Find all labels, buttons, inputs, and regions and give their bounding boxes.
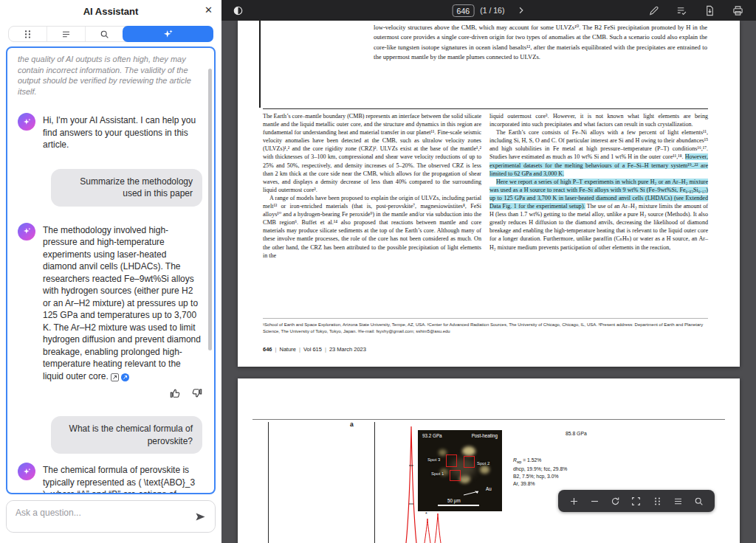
column-left: The Earth’s core–mantle boundary (CMB) r… xyxy=(263,112,481,260)
paragraph: The Earth’s core consists of Fe–Ni alloy… xyxy=(489,128,708,178)
page-number-input[interactable]: 646 xyxy=(453,4,475,17)
footer-page-number: 646 xyxy=(263,346,272,353)
footer-separator: | xyxy=(322,346,329,353)
sparkle-icon xyxy=(22,117,32,127)
post-heating-label: Post-heating xyxy=(472,433,498,438)
pdf-page-646: low-velocity structures above the CMB, w… xyxy=(238,21,740,367)
annotate-pen-icon[interactable] xyxy=(648,5,659,16)
plot-axis-line xyxy=(268,422,269,543)
sparkle-icon xyxy=(162,29,173,40)
ask-question-input[interactable] xyxy=(7,501,215,532)
notes-check-icon[interactable] xyxy=(676,5,687,16)
user-message-q1: Summarize the methodology used in this p… xyxy=(51,169,202,207)
scalebar-label: 50 μm xyxy=(447,498,461,503)
phase-fractions-line: dhcp, 19.9%; fcc, 29.8% xyxy=(513,466,567,473)
plot-axis-line xyxy=(374,422,375,543)
search-icon xyxy=(100,30,109,39)
footnote-rule xyxy=(263,318,708,319)
sample-micrograph: 93.2 GPa Post-heating Spot 3 Spot 2 Spot… xyxy=(418,430,502,511)
pages-container[interactable]: low-velocity structures above the CMB, w… xyxy=(221,21,756,543)
rwp-value: = 1.52% xyxy=(521,457,541,463)
footer-volume: Vol 615 xyxy=(303,346,322,353)
citation-source-icon[interactable] xyxy=(121,373,129,381)
ai-message-greeting: Hi, I'm your AI Assistant. I can help yo… xyxy=(18,113,202,151)
chat-panel[interactable]: the quality of AI outputs is often high,… xyxy=(6,46,216,494)
message-text: The chemical formula of perovskite is ty… xyxy=(43,463,202,494)
sparkle-icon xyxy=(22,467,32,477)
page-count-label: (1 / 16) xyxy=(480,6,504,15)
abstract-paragraph: low-velocity structures above the CMB, w… xyxy=(374,23,707,63)
zoom-out-icon[interactable] xyxy=(590,497,599,506)
spot3-box xyxy=(446,454,457,467)
send-icon[interactable] xyxy=(195,511,206,525)
phase-fractions-line: B2, 7.5%; hcp, 3.0% xyxy=(513,473,567,480)
toolbar-actions xyxy=(648,5,743,16)
message-body: The methodology involved high-pressure a… xyxy=(43,225,201,381)
au-label: Au xyxy=(486,486,492,491)
figure-top-rule xyxy=(252,419,725,420)
ai-assistant-panel: AI Assistant ✕ the quality of AI outputs… xyxy=(0,0,221,543)
download-document-icon[interactable] xyxy=(704,5,715,16)
print-icon[interactable] xyxy=(732,5,743,16)
sample-blob xyxy=(480,466,489,474)
section-rule xyxy=(263,108,708,109)
rietveld-results: Rwp = 1.52% dhcp, 19.9%; fcc, 29.8% B2, … xyxy=(513,457,567,488)
grid-icon xyxy=(23,30,32,39)
footer-separator: | xyxy=(272,346,280,353)
spot3-label: Spot 3 xyxy=(427,457,440,462)
tab-ai-assistant[interactable] xyxy=(123,26,213,42)
zoom-in-icon[interactable] xyxy=(569,497,579,506)
au-arrow xyxy=(462,489,483,497)
affiliations-footnote: ¹School of Earth and Space Exploration, … xyxy=(263,322,708,335)
tab-search[interactable] xyxy=(85,27,123,41)
spot1-box xyxy=(450,470,461,481)
thumbs-up-icon[interactable] xyxy=(170,388,180,398)
citation-link-icon[interactable] xyxy=(111,373,119,381)
footer-separator: | xyxy=(296,346,303,353)
paragraph: liquid outermost core³. However, it is n… xyxy=(489,112,708,128)
layout-rule-vertical xyxy=(259,21,261,108)
phase-fractions-line: Ar, 39.8% xyxy=(513,480,567,488)
paragraph: A range of models have been proposed to … xyxy=(263,194,481,260)
search-icon[interactable] xyxy=(694,497,704,506)
paragraph: The Earth’s core–mantle boundary (CMB) r… xyxy=(263,112,481,194)
tab-outline[interactable] xyxy=(47,27,85,41)
fit-screen-icon[interactable] xyxy=(631,497,641,506)
pressure-label: 93.2 GPa xyxy=(422,433,442,438)
feedback-row xyxy=(18,388,202,398)
sample-blob xyxy=(462,446,475,456)
ai-disclaimer: the quality of AI outputs is often high,… xyxy=(18,54,202,97)
ai-avatar xyxy=(18,463,35,480)
pressure-right-label: 85.8 GPa xyxy=(566,431,587,436)
page-footer: 646|Nature|Vol 615|23 March 2023 xyxy=(263,346,366,353)
ai-avatar xyxy=(18,223,35,241)
thumbs-down-icon[interactable] xyxy=(192,388,202,398)
tab-thumbnails[interactable] xyxy=(9,27,47,41)
next-page-icon[interactable] xyxy=(516,6,525,15)
paragraph: Here we report a series of high P–T expe… xyxy=(489,178,708,252)
ai-message-methodology: The methodology involved high-pressure a… xyxy=(18,223,202,383)
menu-icon[interactable] xyxy=(673,497,683,506)
ai-avatar xyxy=(18,113,35,131)
column-right: liquid outermost core³. However, it is n… xyxy=(489,112,708,260)
spot2-label: Spot 2 xyxy=(477,461,489,466)
user-message-q2: What is the chemical formula of perovski… xyxy=(51,416,202,454)
footer-date: 23 March 2023 xyxy=(329,346,366,353)
chat-scrollbar[interactable] xyxy=(208,69,212,350)
message-text: Hi, I'm your AI Assistant. I can help yo… xyxy=(43,113,202,151)
pdf-viewer: 646 (1 / 16) low-velocity structures abo… xyxy=(221,0,756,543)
message-text: The methodology involved high-pressure a… xyxy=(43,223,202,383)
sparkle-icon xyxy=(22,226,32,236)
close-icon[interactable]: ✕ xyxy=(205,4,213,15)
rotate-icon[interactable] xyxy=(611,497,620,506)
footer-journal: Nature xyxy=(279,346,296,353)
contrast-toggle-icon[interactable] xyxy=(233,5,244,16)
rwp-line: Rwp = 1.52% xyxy=(513,457,567,466)
app-root: AI Assistant ✕ the quality of AI outputs… xyxy=(0,0,756,543)
spot1-label: Spot 1 xyxy=(431,471,444,476)
panel-header: AI Assistant ✕ xyxy=(0,0,221,22)
outline-icon xyxy=(61,30,71,39)
ai-message-perovskite: The chemical formula of perovskite is ty… xyxy=(18,463,202,494)
thumbnails-icon[interactable] xyxy=(653,497,662,506)
body-columns: The Earth’s core–mantle boundary (CMB) r… xyxy=(263,112,708,260)
